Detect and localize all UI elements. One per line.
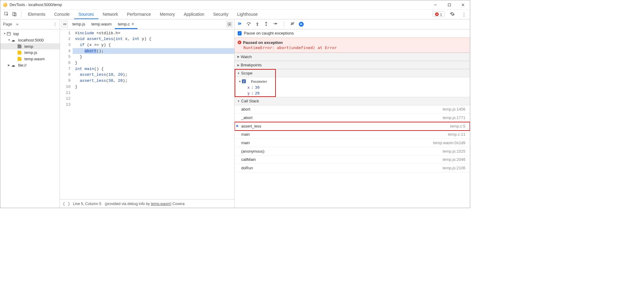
inspect-element-icon[interactable] (4, 12, 9, 17)
tree-top[interactable]: ▼ top (0, 31, 60, 37)
scope-group[interactable]: ▼f Parameter (235, 78, 470, 84)
deactivate-breakpoints-icon[interactable] (290, 21, 295, 27)
breakpoints-section-header[interactable]: ▶Breakpoints (235, 61, 470, 69)
debugger-panel: ✓ Pause on caught exceptions ✕Paused on … (235, 19, 470, 208)
separator (21, 12, 21, 17)
svg-point-15 (257, 25, 258, 26)
chevrons-icon[interactable]: » (16, 22, 18, 26)
js-file-icon (18, 51, 21, 55)
debug-info-link[interactable]: temp.wasm (151, 202, 170, 206)
svg-rect-8 (65, 23, 66, 25)
window-title: DevTools - localhost:5000/temp (10, 3, 429, 7)
stack-frame[interactable]: (anonymous)temp.js:1525 (235, 147, 470, 156)
main-tab-network[interactable]: Network (98, 10, 123, 19)
scope-var-y: y: 20 (235, 90, 470, 96)
error-icon: ✕ (435, 12, 439, 16)
error-count-badge[interactable]: ✕ 1 (433, 12, 444, 17)
pause-on-exceptions-icon[interactable] (299, 22, 304, 27)
window-minimize-button[interactable] (429, 0, 442, 9)
window-close-button[interactable] (456, 0, 470, 9)
window-maximize-button[interactable] (442, 0, 456, 9)
step-into-icon[interactable] (255, 21, 260, 27)
error-icon: ✕ (238, 41, 241, 44)
tree-file-tempjs[interactable]: temp.js (0, 49, 60, 56)
main-toolbar: ElementsConsoleSourcesNetworkPerformance… (0, 10, 470, 19)
main-tab-performance[interactable]: Performance (123, 10, 156, 19)
main-tab-lighthouse[interactable]: Lighthouse (233, 10, 262, 19)
code-area[interactable]: #include <stdlib.h>void assert_less(int … (73, 29, 234, 200)
stack-frame[interactable]: maintemp.c:11 (235, 131, 470, 139)
close-icon[interactable]: ✕ (131, 22, 134, 26)
function-badge-icon: f (242, 79, 246, 83)
checkbox-checked-icon[interactable]: ✓ (238, 31, 242, 35)
tree-origin[interactable]: ▼☁ localhost:5000 (0, 37, 60, 43)
file-tab-temp-c[interactable]: temp.c✕ (115, 19, 137, 29)
svg-point-19 (276, 23, 277, 24)
device-toggle-icon[interactable] (12, 12, 17, 17)
window-titlebar: DevTools - localhost:5000/temp (0, 0, 470, 10)
main-tab-application[interactable]: Application (179, 10, 209, 19)
page-more-icon[interactable]: ⋮ (53, 22, 57, 26)
scope-section-header[interactable]: ▼Scope (235, 69, 470, 77)
tree-file-temp[interactable]: temp (0, 43, 60, 50)
stack-frame[interactable]: maintemp.wasm:0x1d9 (235, 139, 470, 147)
settings-gear-icon[interactable] (450, 12, 455, 17)
cursor-position: Line 5, Column 5 (73, 202, 101, 206)
svg-rect-22 (302, 23, 302, 25)
file-tab-temp-wasm[interactable]: temp.wasm (88, 19, 115, 29)
resume-icon[interactable] (237, 21, 242, 27)
file-tab-temp-js[interactable]: temp.js (69, 19, 88, 29)
page-navigator-panel: Page » ⋮ ▼ top ▼☁ localhost:5000 temp te… (0, 19, 60, 208)
tree-file-scheme[interactable]: ▶☁ file:// (0, 62, 60, 68)
stack-frame[interactable]: doRuntemp.js:2106 (235, 164, 470, 172)
frame-icon (7, 32, 11, 35)
stack-frame[interactable]: aborttemp.js:1456 (235, 105, 470, 114)
main-tab-security[interactable]: Security (209, 10, 233, 19)
devtools-app-icon (3, 3, 8, 7)
step-out-icon[interactable] (264, 21, 269, 27)
stack-frame[interactable]: assert_lesstemp.c:5 (235, 122, 470, 131)
step-over-icon[interactable] (246, 21, 251, 27)
callstack-section-header[interactable]: ▼Call Stack (235, 97, 470, 105)
pause-on-caught-row[interactable]: ✓ Pause on caught exceptions (235, 29, 470, 38)
run-snippet-button[interactable] (226, 21, 233, 27)
svg-rect-11 (238, 22, 239, 25)
editor-statusbar: { } Line 5, Column 5 (provided via debug… (60, 199, 234, 208)
main-tab-elements[interactable]: Elements (24, 10, 50, 19)
main-tab-memory[interactable]: Memory (155, 10, 179, 19)
stack-frame[interactable]: _aborttemp.js:1771 (235, 114, 470, 122)
svg-rect-1 (448, 4, 451, 6)
svg-point-13 (248, 25, 249, 25)
exception-message: RuntimeError: abort(undefined) at Error (243, 45, 467, 50)
main-tab-console[interactable]: Console (50, 10, 74, 19)
svg-rect-21 (300, 23, 301, 25)
kebab-menu-icon[interactable]: ⋮ (462, 12, 466, 17)
watch-section-header[interactable]: ▶Watch (235, 53, 470, 61)
page-pane-title: Page (3, 22, 12, 26)
stack-frame[interactable]: callMaintemp.js:2046 (235, 156, 470, 164)
error-count: 1 (440, 12, 442, 16)
exception-banner: ✕Paused on exception RuntimeError: abort… (235, 38, 470, 53)
cloud-icon: ☁ (11, 38, 15, 42)
svg-rect-5 (13, 12, 15, 15)
pretty-print-icon[interactable]: { } (63, 201, 70, 206)
scope-var-x: x: 30 (235, 85, 470, 90)
step-icon[interactable] (272, 21, 277, 27)
document-icon (18, 44, 21, 48)
sources-editor-panel: temp.jstemp.wasmtemp.c✕ 1234567891011121… (60, 19, 235, 208)
svg-marker-12 (239, 22, 241, 25)
tree-file-tempwasm[interactable]: temp.wasm (0, 56, 60, 62)
cloud-icon: ☁ (11, 63, 15, 68)
wasm-file-icon (18, 57, 21, 61)
separator (284, 21, 284, 27)
main-tab-sources[interactable]: Sources (74, 10, 98, 19)
history-back-button[interactable] (62, 21, 68, 27)
svg-marker-10 (229, 23, 230, 25)
line-gutter: 12345678910111213 (60, 29, 73, 200)
svg-point-17 (266, 25, 267, 26)
